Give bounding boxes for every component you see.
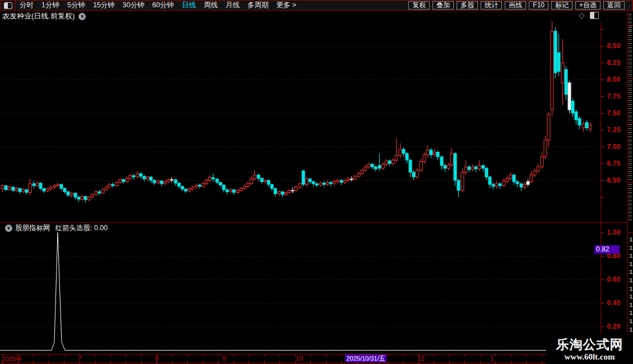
price-axis-label: 6.50 — [603, 176, 621, 184]
window-split-icon[interactable] — [590, 12, 599, 19]
split-panel-icon — [4, 2, 12, 9]
toolbar-button-4[interactable]: 画线 — [505, 1, 526, 10]
right-sidebar-clipped[interactable]: 1 1 1 1 1 1 1 1 1 1 1 1 1 — [628, 11, 633, 364]
chevron-down-icon[interactable]: ∨ — [5, 225, 12, 232]
toolbar-button-1[interactable]: 叠加 — [432, 1, 454, 10]
month-label: 9 — [222, 355, 226, 362]
chevron-down-icon[interactable]: ∨ — [78, 13, 86, 20]
price-axis-label: 8.25 — [603, 59, 621, 67]
menu-item-0[interactable]: 分时 — [16, 1, 38, 10]
toolbar-button-3[interactable]: 统计 — [481, 1, 502, 10]
period-menu: 分时1分钟5分钟15分钟30分钟60分钟日线周线月线多周期更多 > — [16, 1, 300, 10]
page-title: 农发种业(日线.前复权) — [2, 11, 75, 21]
date-badge: 2025/10/31/五 — [345, 354, 387, 362]
diamond-marker-icon[interactable]: ◇ — [579, 11, 585, 19]
sidebar-divider — [628, 25, 633, 26]
month-label: 10 — [296, 355, 303, 362]
period-toolbar: 分时1分钟5分钟15分钟30分钟60分钟日线周线月线多周期更多 > 复权叠加多股… — [0, 0, 633, 11]
price-axis-label: 7.00 — [603, 143, 621, 151]
indicator-panel[interactable] — [0, 232, 599, 353]
watermark: 乐淘公式网 www.60lt.com — [546, 334, 633, 364]
main-candlestick-chart[interactable] — [0, 22, 599, 222]
chart-corner-icons: ◇ — [579, 11, 599, 19]
indicator-source-label: 股朋指标网 — [15, 223, 50, 233]
menu-item-8[interactable]: 月线 — [222, 1, 244, 10]
price-axis-label: 1.00 — [603, 228, 621, 236]
toolbar-button-2[interactable]: 多股 — [457, 1, 478, 10]
price-axis-label: 0.20 — [603, 323, 621, 330]
indicator-value-badge: 0.82 — [594, 245, 620, 254]
toolbar-button-5[interactable]: F10 — [529, 1, 548, 10]
menu-item-2[interactable]: 5分钟 — [63, 1, 89, 10]
layout-toggle-button[interactable] — [1, 1, 16, 10]
price-axis-label: 0.40 — [603, 299, 621, 307]
indicator-value-label: 红箭头选股: 0.00 — [55, 223, 108, 233]
toolbar-buttons: 复权叠加多股统计画线F10标记+自选返回 — [408, 1, 625, 10]
price-axis-label: 6.75 — [603, 160, 621, 167]
indicator-header: ∨ 股朋指标网 红箭头选股: 0.00 — [1, 223, 108, 233]
sidebar-clipped-text — [629, 27, 632, 77]
menu-item-1[interactable]: 1分钟 — [38, 1, 63, 10]
price-axis-label: 0.60 — [603, 276, 621, 283]
sidebar-divider — [628, 232, 633, 233]
chart-title-bar: 农发种业(日线.前复权) ∨ — [0, 11, 627, 22]
menu-item-4[interactable]: 30分钟 — [119, 1, 148, 10]
toolbar-button-8[interactable]: 返回 — [603, 1, 625, 10]
menu-item-9[interactable]: 多周期 — [244, 1, 273, 10]
sidebar-divider — [628, 122, 633, 123]
menu-item-10[interactable]: 更多 > — [272, 1, 300, 10]
month-label: 1 — [490, 355, 494, 362]
toolbar-button-6[interactable]: 标记 — [551, 1, 573, 10]
price-axis-label: 7.50 — [603, 109, 621, 117]
month-label: 7 — [78, 355, 81, 362]
month-label: 8 — [155, 355, 159, 362]
month-label: 12 — [417, 355, 425, 362]
menu-item-6[interactable]: 日线 — [178, 1, 200, 10]
sidebar-divider — [628, 78, 633, 79]
trading-app-window: 分时1分钟5分钟15分钟30分钟60分钟日线周线月线多周期更多 > 复权叠加多股… — [0, 0, 633, 364]
price-axis-label: 7.25 — [603, 126, 621, 134]
watermark-site-name: 乐淘公式网 — [556, 337, 623, 352]
sidebar-clipped-text — [629, 81, 632, 121]
price-axis-label: 8.00 — [603, 76, 621, 83]
sidebar-clipped-text — [629, 124, 632, 180]
sidebar-clipped-digits: 1 1 1 1 1 1 1 1 1 1 1 1 1 — [629, 236, 633, 342]
menu-item-7[interactable]: 周线 — [200, 1, 222, 10]
toolbar-button-7[interactable]: +自选 — [575, 1, 601, 10]
sidebar-divider — [628, 182, 633, 183]
price-axis-label: 8.50 — [603, 42, 621, 50]
toolbar-button-0[interactable]: 复权 — [408, 1, 430, 10]
menu-item-5[interactable]: 60分钟 — [148, 1, 178, 10]
watermark-url: www.60lt.com — [565, 352, 615, 362]
menu-item-3[interactable]: 15分钟 — [89, 1, 119, 10]
price-axis-label: 7.75 — [603, 92, 621, 100]
sidebar-clipped-text — [629, 184, 632, 221]
month-label: 2025年 — [2, 355, 22, 363]
